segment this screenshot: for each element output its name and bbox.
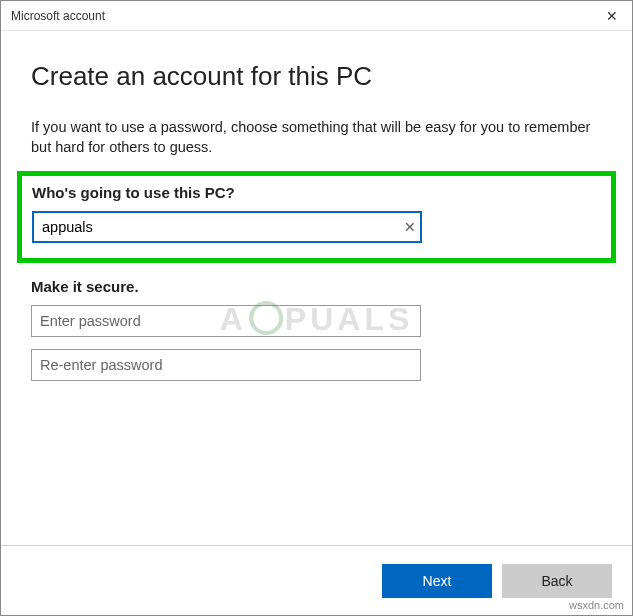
back-button[interactable]: Back bbox=[502, 564, 612, 598]
next-button[interactable]: Next bbox=[382, 564, 492, 598]
clear-input-icon[interactable]: ✕ bbox=[404, 219, 416, 235]
password-confirm-input[interactable] bbox=[31, 349, 421, 381]
content-area: Create an account for this PC If you wan… bbox=[1, 31, 632, 545]
highlighted-section: Who's going to use this PC? ✕ bbox=[17, 171, 616, 263]
username-input-wrap: ✕ bbox=[32, 211, 422, 243]
dialog-window: Microsoft account ✕ Create an account fo… bbox=[0, 0, 633, 616]
password-input[interactable] bbox=[31, 305, 421, 337]
page-description: If you want to use a password, choose so… bbox=[31, 117, 602, 158]
username-label: Who's going to use this PC? bbox=[32, 184, 601, 201]
window-title: Microsoft account bbox=[11, 9, 602, 23]
footer: Next Back bbox=[1, 545, 632, 615]
username-input[interactable] bbox=[32, 211, 422, 243]
titlebar: Microsoft account ✕ bbox=[1, 1, 632, 31]
password-section-label: Make it secure. bbox=[31, 278, 602, 295]
close-icon[interactable]: ✕ bbox=[602, 8, 622, 24]
page-heading: Create an account for this PC bbox=[31, 61, 602, 92]
password-group bbox=[31, 305, 602, 381]
